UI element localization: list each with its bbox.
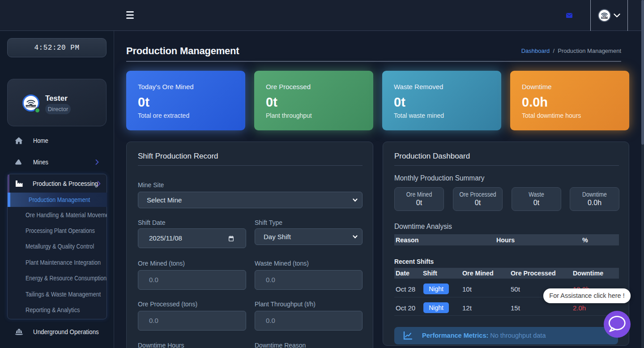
svg-text:KONNECTOR: KONNECTOR (600, 17, 609, 19)
svg-text:KONNECTOR: KONNECTOR (25, 105, 37, 107)
